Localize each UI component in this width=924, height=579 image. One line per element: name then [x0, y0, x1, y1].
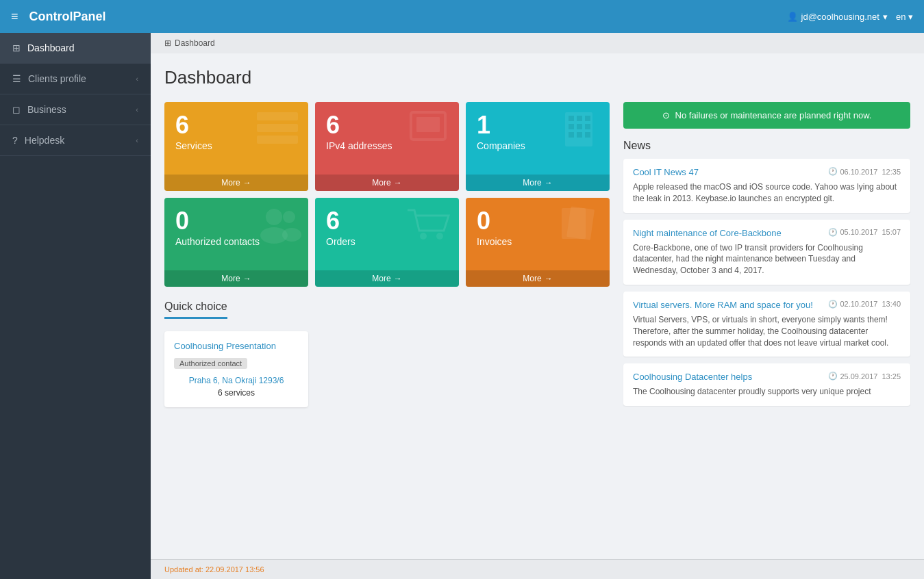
svg-rect-11 — [585, 124, 590, 129]
news-item-date-1: 🕐 05.10.2017 15:07 — [828, 228, 901, 237]
svg-rect-0 — [257, 112, 298, 120]
quick-choice-section: Quick choice Coolhousing Presentation Au… — [164, 300, 308, 407]
card-companies[interactable]: 1 Companies — [466, 102, 610, 191]
news-item-title-1[interactable]: Night maintenance of Core-Backbone — [633, 228, 782, 238]
svg-point-15 — [266, 209, 282, 225]
clock-icon-3: 🕐 — [828, 372, 838, 381]
news-item-title-2[interactable]: Virtual servers. More RAM and space for … — [633, 300, 813, 310]
svg-rect-12 — [569, 132, 574, 138]
news-item-text-2: Virtual Servers, VPS, or virtuals in sho… — [633, 314, 901, 348]
lang-label: en — [896, 12, 906, 22]
qc-company-name: Coolhousing Presentation — [174, 341, 299, 351]
svg-rect-1 — [257, 124, 298, 132]
news-item-date-3: 🕐 25.09.2017 13:25 — [828, 372, 901, 381]
page-title: Dashboard — [164, 67, 910, 88]
check-circle-icon: ⊙ — [662, 110, 670, 120]
news-item-2: Virtual servers. More RAM and space for … — [623, 292, 910, 357]
sidebar-item-helpdesk[interactable]: ? Helpdesk ‹ — [0, 125, 151, 156]
more-arrow-icon-contacts: → — [243, 274, 251, 283]
quick-choice-label: Quick choice — [164, 300, 227, 319]
helpdesk-icon: ? — [12, 135, 18, 146]
svg-point-18 — [282, 228, 301, 242]
breadcrumb-text: Dashboard — [175, 38, 215, 48]
card-ipv4[interactable]: 6 IPv4 addresses More — [315, 102, 459, 191]
news-item-date-2: 🕐 02.10.2017 13:40 — [828, 300, 901, 309]
top-header: ≡ ControlPanel 👤 jd@coolhousing.net ▾ en… — [0, 0, 924, 33]
sidebar-label-business: Business — [27, 104, 66, 115]
contacts-more[interactable]: More → — [164, 270, 308, 287]
user-chevron-icon: ▾ — [883, 12, 888, 22]
lang-chevron-icon: ▾ — [908, 12, 913, 22]
svg-rect-7 — [577, 116, 582, 121]
card-orders[interactable]: 6 Orders More — [315, 198, 459, 287]
companies-more[interactable]: More → — [466, 175, 610, 191]
svg-point-17 — [283, 211, 295, 223]
svg-rect-10 — [577, 124, 582, 129]
sidebar-item-clients-profile[interactable]: ☰ Clients profile ‹ — [0, 64, 151, 94]
breadcrumb-icon: ⊞ — [164, 38, 171, 48]
card-invoices[interactable]: 0 Invoices More → — [466, 198, 610, 287]
sidebar-label-dashboard: Dashboard — [27, 42, 75, 53]
user-email: jd@coolhousing.net — [801, 12, 879, 22]
invoices-bg-icon — [555, 205, 603, 256]
footer: Updated at: 22.09.2017 13:56 — [151, 559, 924, 579]
orders-more[interactable]: More → — [315, 270, 459, 287]
news-section: ⊙ No failures or maintenance are planned… — [623, 102, 910, 413]
contacts-bg-icon — [253, 205, 301, 256]
content-area: ⊞ Dashboard Dashboard 6 Services — [151, 33, 924, 579]
chevron-icon: ‹ — [136, 75, 138, 83]
hamburger-icon[interactable]: ≡ — [11, 10, 18, 24]
sidebar-label-clients-profile: Clients profile — [28, 73, 86, 84]
more-arrow-icon-orders: → — [394, 274, 402, 283]
more-arrow-icon: → — [243, 178, 251, 188]
business-icon: ◻ — [12, 104, 21, 115]
left-column: 6 Services More — [164, 102, 610, 413]
user-info[interactable]: 👤 jd@coolhousing.net ▾ — [787, 12, 888, 22]
ipv4-more[interactable]: More → — [315, 175, 459, 191]
chevron-icon-helpdesk: ‹ — [136, 136, 138, 144]
more-arrow-icon-companies: → — [545, 178, 553, 188]
banner-text: No failures or maintenance are planned r… — [675, 110, 872, 120]
services-bg-icon — [253, 109, 301, 160]
card-authorized-contacts[interactable]: 0 Authorized contacts — [164, 198, 308, 287]
news-item-0: Cool IT News 47 🕐 06.10.2017 12:35 Apple… — [623, 159, 910, 213]
user-icon: 👤 — [787, 12, 798, 22]
qc-badge: Authorized contact — [174, 358, 247, 369]
dashboard-icon: ⊞ — [12, 42, 21, 53]
stat-cards-grid: 6 Services More — [164, 102, 610, 287]
page-content: Dashboard 6 Services — [151, 53, 924, 559]
no-failures-banner: ⊙ No failures or maintenance are planned… — [623, 102, 910, 129]
lang-select[interactable]: en ▾ — [896, 12, 913, 22]
clients-profile-icon: ☰ — [12, 73, 21, 84]
ipv4-bg-icon — [404, 109, 452, 160]
clock-icon: 🕐 — [828, 167, 838, 176]
quick-choice-card[interactable]: Coolhousing Presentation Authorized cont… — [164, 331, 308, 407]
invoices-more[interactable]: More → — [466, 270, 610, 287]
svg-rect-13 — [577, 132, 582, 138]
card-services[interactable]: 6 Services More — [164, 102, 308, 191]
services-more[interactable]: More → — [164, 175, 308, 191]
svg-point-19 — [420, 233, 427, 240]
news-item-date-0: 🕐 06.10.2017 12:35 — [828, 167, 901, 176]
main-layout: ⊞ Dashboard ☰ Clients profile ‹ ◻ Busine… — [0, 33, 924, 579]
svg-rect-14 — [585, 132, 590, 138]
sidebar-item-business[interactable]: ◻ Business ‹ — [0, 94, 151, 125]
news-title: News — [623, 140, 910, 152]
svg-rect-8 — [585, 116, 590, 121]
sidebar: ⊞ Dashboard ☰ Clients profile ‹ ◻ Busine… — [0, 33, 151, 579]
qc-services: 6 services — [174, 388, 299, 398]
more-arrow-icon-invoices: → — [545, 274, 553, 283]
chevron-icon-business: ‹ — [136, 105, 138, 114]
more-arrow-icon-ipv4: → — [394, 178, 402, 188]
news-item-text-0: Apple released the macOS and iOS source … — [633, 181, 901, 205]
orders-bg-icon — [404, 205, 452, 256]
app-title: ControlPanel — [29, 10, 106, 24]
news-item-title-3[interactable]: Coolhousing Datacenter helps — [633, 372, 752, 382]
clock-icon-2: 🕐 — [828, 300, 838, 309]
sidebar-item-dashboard[interactable]: ⊞ Dashboard — [0, 33, 151, 64]
clock-icon-1: 🕐 — [828, 228, 838, 237]
svg-point-20 — [436, 233, 443, 240]
footer-updated-text: Updated at: 22.09.2017 13:56 — [164, 565, 264, 574]
news-item-title-0[interactable]: Cool IT News 47 — [633, 167, 699, 177]
news-item-1: Night maintenance of Core-Backbone 🕐 05.… — [623, 220, 910, 285]
